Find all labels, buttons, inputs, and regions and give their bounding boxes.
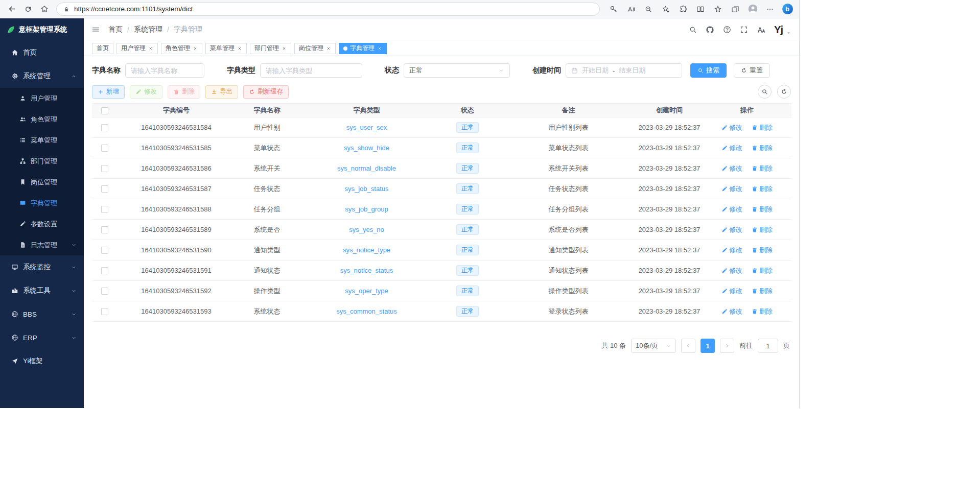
dict-type-link[interactable]: sys_job_status (345, 185, 389, 193)
row-edit-button[interactable]: 修改 (721, 205, 742, 214)
split-screen-button[interactable] (693, 2, 708, 17)
tab-menu-management[interactable]: 菜单管理 (205, 43, 247, 54)
dict-type-link[interactable]: sys_normal_disable (337, 164, 396, 172)
breadcrumb-item[interactable]: 首页 (108, 25, 123, 34)
row-delete-button[interactable]: 删除 (752, 123, 773, 132)
row-edit-button[interactable]: 修改 (721, 164, 742, 173)
row-delete-button[interactable]: 删除 (752, 307, 773, 316)
row-delete-button[interactable]: 删除 (752, 184, 773, 194)
row-checkbox[interactable] (101, 247, 108, 254)
dict-type-link[interactable]: sys_show_hide (344, 144, 389, 152)
browser-menu-button[interactable] (762, 2, 778, 17)
row-checkbox[interactable] (101, 145, 108, 152)
sidebar-item-home[interactable]: 首页 (0, 41, 84, 64)
prev-page-button[interactable] (681, 339, 695, 353)
sidebar-item-erp[interactable]: ERP (0, 326, 84, 349)
row-checkbox[interactable] (101, 185, 108, 193)
close-icon[interactable] (377, 46, 382, 51)
close-icon[interactable] (237, 46, 242, 51)
dict-type-input[interactable] (260, 63, 362, 78)
font-size-button[interactable] (757, 26, 765, 34)
row-checkbox[interactable] (101, 288, 108, 295)
sidebar-item-role-management[interactable]: 角色管理 (0, 109, 84, 130)
row-checkbox[interactable] (101, 308, 108, 315)
extensions-button[interactable] (675, 2, 691, 17)
date-range-picker[interactable]: 开始日期 - 结束日期 (566, 63, 682, 78)
header-search-button[interactable] (689, 26, 697, 34)
page-size-select[interactable]: 10条/页 (631, 339, 676, 353)
dict-name-input[interactable] (125, 63, 204, 78)
back-button[interactable] (4, 2, 19, 17)
edit-button[interactable]: 修改 (130, 85, 162, 99)
sidebar-item-system-tools[interactable]: 系统工具 (0, 279, 84, 302)
row-edit-button[interactable]: 修改 (721, 225, 742, 234)
close-icon[interactable] (193, 46, 198, 51)
row-edit-button[interactable]: 修改 (721, 266, 742, 275)
row-checkbox[interactable] (101, 124, 108, 131)
tab-home[interactable]: 首页 (92, 43, 113, 54)
collections-button[interactable] (728, 2, 743, 17)
toggle-search-button[interactable] (758, 85, 772, 99)
row-edit-button[interactable]: 修改 (721, 287, 742, 296)
dict-type-link[interactable]: sys_job_group (345, 205, 388, 213)
delete-button[interactable]: 删除 (168, 85, 200, 99)
refresh-cache-button[interactable]: 刷新缓存 (243, 85, 289, 99)
sidebar-item-yi-framework[interactable]: Yi框架 (0, 349, 84, 373)
sidebar-item-dict-management[interactable]: 字典管理 (0, 193, 84, 213)
row-delete-button[interactable]: 删除 (752, 225, 773, 234)
refresh-table-button[interactable] (777, 85, 791, 99)
dict-type-link[interactable]: sys_notice_status (340, 267, 393, 274)
row-delete-button[interactable]: 删除 (752, 164, 773, 173)
row-delete-button[interactable]: 删除 (752, 205, 773, 214)
docs-help-button[interactable] (723, 26, 731, 34)
row-delete-button[interactable]: 删除 (752, 246, 773, 255)
breadcrumb-item[interactable]: 系统管理 (134, 25, 162, 34)
row-edit-button[interactable]: 修改 (721, 246, 742, 255)
reload-button[interactable] (20, 2, 36, 17)
tab-post-management[interactable]: 岗位管理 (294, 43, 336, 54)
tab-dept-management[interactable]: 部门管理 (250, 43, 291, 54)
sidebar-item-param-settings[interactable]: 参数设置 (0, 213, 84, 234)
row-delete-button[interactable]: 删除 (752, 287, 773, 296)
github-button[interactable] (706, 26, 714, 34)
row-edit-button[interactable]: 修改 (721, 123, 742, 132)
goto-page-input[interactable] (758, 339, 778, 353)
row-checkbox[interactable] (101, 226, 108, 233)
next-page-button[interactable] (720, 339, 734, 353)
add-button[interactable]: 新增 (92, 85, 125, 99)
tab-user-management[interactable]: 用户管理 (116, 43, 158, 54)
favorites-button[interactable] (710, 2, 726, 17)
row-delete-button[interactable]: 删除 (752, 144, 773, 153)
sidebar-item-system-monitor[interactable]: 系统监控 (0, 255, 84, 279)
close-icon[interactable] (148, 46, 153, 51)
sidebar-toggle[interactable] (91, 26, 100, 34)
dict-type-link[interactable]: sys_notice_type (343, 246, 390, 254)
fullscreen-button[interactable] (740, 26, 748, 34)
sidebar-item-bbs[interactable]: BBS (0, 302, 84, 326)
tab-role-management[interactable]: 角色管理 (161, 43, 202, 54)
select-all-checkbox[interactable] (101, 107, 108, 114)
sidebar-item-log-management[interactable]: 日志管理 (0, 234, 84, 255)
dict-type-link[interactable]: sys_common_status (336, 307, 397, 315)
sidebar-item-menu-management[interactable]: 菜单管理 (0, 130, 84, 151)
row-checkbox[interactable] (101, 206, 108, 213)
search-button[interactable]: 搜索 (690, 63, 727, 78)
row-edit-button[interactable]: 修改 (721, 307, 742, 316)
profile-button[interactable] (745, 2, 760, 17)
close-icon[interactable] (282, 46, 287, 51)
read-aloud-button[interactable] (623, 2, 639, 17)
password-key-button[interactable] (606, 2, 621, 17)
add-favorite-button[interactable] (658, 2, 673, 17)
zoom-button[interactable] (641, 2, 656, 17)
browser-home-button[interactable] (37, 2, 52, 17)
sidebar-item-system-management[interactable]: 系统管理 (0, 64, 84, 88)
copilot-bing-button[interactable]: b (780, 2, 795, 17)
row-checkbox[interactable] (101, 267, 108, 274)
row-edit-button[interactable]: 修改 (721, 144, 742, 153)
export-button[interactable]: 导出 (205, 85, 238, 99)
row-checkbox[interactable] (101, 165, 108, 172)
row-edit-button[interactable]: 修改 (721, 184, 742, 194)
sidebar-item-dept-management[interactable]: 部门管理 (0, 151, 84, 172)
sidebar-item-post-management[interactable]: 岗位管理 (0, 172, 84, 193)
dict-type-link[interactable]: sys_oper_type (345, 287, 388, 295)
